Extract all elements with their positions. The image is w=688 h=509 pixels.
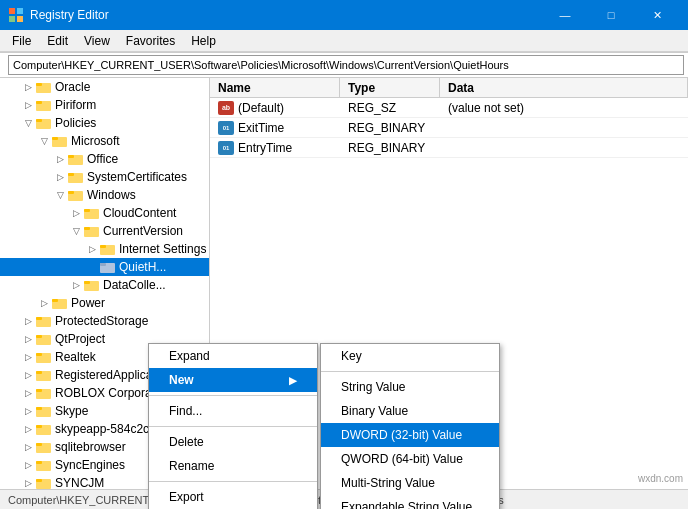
ctx-sep3	[149, 481, 317, 482]
menu-view[interactable]: View	[76, 32, 118, 50]
svg-rect-3	[17, 16, 23, 22]
submenu-binary-label: Binary Value	[341, 404, 408, 418]
ctx-expand-label: Expand	[169, 349, 210, 363]
submenu-multistring[interactable]: Multi-String Value	[321, 471, 499, 495]
minimize-button[interactable]: —	[542, 0, 588, 30]
close-button[interactable]: ✕	[634, 0, 680, 30]
svg-rect-1	[17, 8, 23, 14]
window-title: Registry Editor	[30, 8, 542, 22]
ctx-delete[interactable]: Delete	[149, 430, 317, 454]
ctx-sep2	[149, 426, 317, 427]
submenu-qword[interactable]: QWORD (64-bit) Value	[321, 447, 499, 471]
maximize-button[interactable]: □	[588, 0, 634, 30]
context-menu-overlay: Expand New ▶ Find... Delete Rename Expor…	[0, 78, 688, 489]
menu-file[interactable]: File	[4, 32, 39, 50]
ctx-export-label: Export	[169, 490, 204, 504]
submenu-expandable-label: Expandable String Value	[341, 500, 472, 509]
ctx-new[interactable]: New ▶	[149, 368, 317, 392]
submenu-expandable[interactable]: Expandable String Value	[321, 495, 499, 509]
window-controls: — □ ✕	[542, 0, 680, 30]
submenu-string-value[interactable]: String Value	[321, 375, 499, 399]
ctx-rename[interactable]: Rename	[149, 454, 317, 478]
submenu-dword[interactable]: DWORD (32-bit) Value	[321, 423, 499, 447]
address-input[interactable]	[8, 55, 684, 75]
ctx-new-label: New	[169, 373, 194, 387]
ctx-find-label: Find...	[169, 404, 202, 418]
submenu-key-label: Key	[341, 349, 362, 363]
submenu-dword-label: DWORD (32-bit) Value	[341, 428, 462, 442]
ctx-sep1	[149, 395, 317, 396]
menu-help[interactable]: Help	[183, 32, 224, 50]
menu-bar: File Edit View Favorites Help	[0, 30, 688, 52]
submenu-key[interactable]: Key	[321, 344, 499, 368]
svg-rect-0	[9, 8, 15, 14]
context-menu: Expand New ▶ Find... Delete Rename Expor…	[148, 343, 318, 509]
ctx-new-arrow: ▶	[289, 375, 297, 386]
submenu-new: Key String Value Binary Value DWORD (32-…	[320, 343, 500, 509]
ctx-find[interactable]: Find...	[149, 399, 317, 423]
ctx-delete-label: Delete	[169, 435, 204, 449]
app-icon	[8, 7, 24, 23]
svg-rect-2	[9, 16, 15, 22]
menu-favorites[interactable]: Favorites	[118, 32, 183, 50]
submenu-sep1	[321, 371, 499, 372]
address-bar	[0, 52, 688, 78]
submenu-qword-label: QWORD (64-bit) Value	[341, 452, 463, 466]
ctx-rename-label: Rename	[169, 459, 214, 473]
submenu-string-label: String Value	[341, 380, 405, 394]
submenu-multistring-label: Multi-String Value	[341, 476, 435, 490]
submenu-binary-value[interactable]: Binary Value	[321, 399, 499, 423]
title-bar: Registry Editor — □ ✕	[0, 0, 688, 30]
menu-edit[interactable]: Edit	[39, 32, 76, 50]
ctx-expand[interactable]: Expand	[149, 344, 317, 368]
main-content: ▷ Oracle ▷ Piriform ▽ Policies ▽	[0, 78, 688, 489]
ctx-export[interactable]: Export	[149, 485, 317, 509]
